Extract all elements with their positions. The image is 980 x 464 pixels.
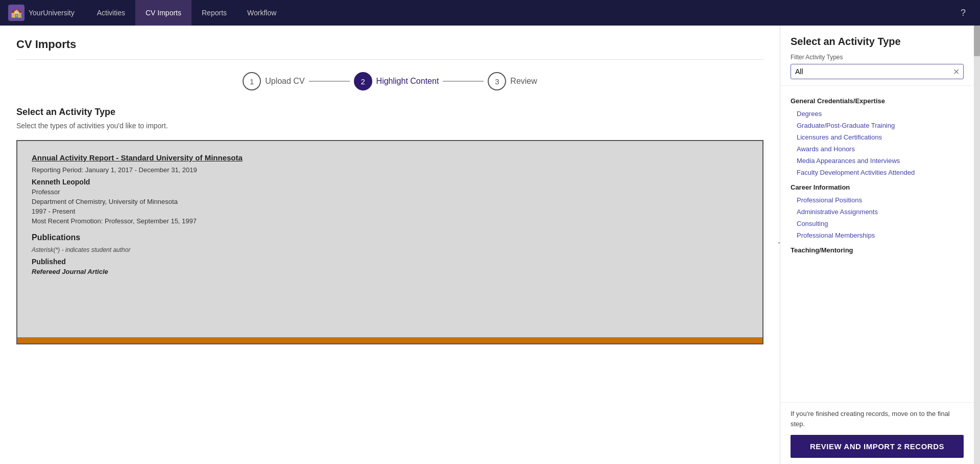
right-panel-header: Select an Activity Type Filter Activity …	[780, 26, 974, 86]
activity-list: General Credentials/Expertise Degrees Gr…	[780, 86, 974, 402]
nav-item-workflow[interactable]: Workflow	[237, 0, 286, 26]
doc-period: Reporting Period: January 1, 2017 - Dece…	[32, 166, 748, 174]
activity-item-licensures[interactable]: Licensures and Certifications	[791, 131, 964, 143]
steps-bar: 1 Upload CV 2 Highlight Content 3 Review	[16, 72, 763, 90]
right-panel-title: Select an Activity Type	[791, 36, 964, 48]
section-subtitle: Select the types of activities you'd lik…	[16, 122, 763, 130]
main-layout: CV Imports 1 Upload CV 2 Highlight Conte…	[0, 26, 980, 464]
help-button[interactable]: ?	[954, 8, 972, 18]
right-panel-footer: If you're finished creating records, mov…	[780, 402, 974, 464]
doc-orange-bar	[17, 337, 762, 343]
divider	[16, 59, 763, 60]
step-1-circle: 1	[243, 72, 261, 90]
step-3-circle: 3	[488, 72, 506, 90]
logo: 🏫 YourUniversity	[8, 5, 75, 21]
nav-item-reports[interactable]: Reports	[192, 0, 237, 26]
activity-item-admin-assignments[interactable]: Administrative Assignments	[791, 206, 964, 218]
step-line-2	[443, 81, 484, 82]
step-3-label: Review	[510, 77, 537, 86]
step-3: 3 Review	[488, 72, 537, 90]
left-panel: CV Imports 1 Upload CV 2 Highlight Conte…	[0, 26, 780, 464]
activity-item-professional-positions[interactable]: Professional Positions	[791, 194, 964, 206]
filter-clear-icon[interactable]: ✕	[953, 67, 960, 77]
activity-item-awards[interactable]: Awards and Honors	[791, 143, 964, 155]
filter-label: Filter Activity Types	[791, 54, 964, 61]
filter-input-wrap: ✕	[791, 64, 964, 79]
logo-text: YourUniversity	[29, 9, 75, 17]
step-2: 2 Highlight Content	[354, 72, 439, 90]
step-line-1	[309, 81, 350, 82]
group-title-general: General Credentials/Expertise	[791, 97, 964, 105]
doc-title: Annual Activity Report - Standard Univer…	[32, 153, 748, 162]
section-title: Select an Activity Type	[16, 107, 763, 118]
doc-promo: Most Recent Promotion: Professor, Septem…	[32, 217, 748, 225]
filter-input[interactable]	[791, 64, 964, 79]
step-1: 1 Upload CV	[243, 72, 304, 90]
doc-pub-subsubsection: Refereed Journal Article	[32, 268, 748, 275]
nav-item-cv-imports[interactable]: CV Imports	[135, 0, 192, 26]
doc-pub-subsection: Published	[32, 258, 748, 266]
arrow-next-button[interactable]: →	[776, 235, 780, 249]
nav-items: Activities CV Imports Reports Workflow	[87, 0, 287, 26]
doc-dept: Department of Chemistry, University of M…	[32, 198, 748, 205]
review-import-button[interactable]: REVIEW AND IMPORT 2 RECORDS	[791, 435, 964, 458]
scrollbar[interactable]	[974, 26, 980, 464]
activity-item-professional-memberships[interactable]: Professional Memberships	[791, 229, 964, 241]
nav-item-activities[interactable]: Activities	[87, 0, 135, 26]
top-navigation: 🏫 YourUniversity Activities CV Imports R…	[0, 0, 980, 26]
logo-icon: 🏫	[8, 5, 25, 21]
group-title-teaching: Teaching/Mentoring	[791, 246, 964, 254]
activity-item-graduate-training[interactable]: Graduate/Post-Graduate Training	[791, 120, 964, 131]
doc-years: 1997 - Present	[32, 207, 748, 215]
step-1-label: Upload CV	[265, 77, 304, 86]
group-title-career: Career Information	[791, 183, 964, 191]
step-2-label: Highlight Content	[376, 77, 439, 86]
page-title: CV Imports	[16, 38, 763, 51]
activity-item-media-appearances[interactable]: Media Appearances and Interviews	[791, 155, 964, 167]
doc-pub-section: Publications	[32, 233, 748, 242]
activity-item-degrees[interactable]: Degrees	[791, 108, 964, 120]
footer-note: If you're finished creating records, mov…	[791, 409, 964, 429]
activity-item-faculty-dev[interactable]: Faculty Development Activities Attended	[791, 167, 964, 178]
document-preview: Annual Activity Report - Standard Univer…	[16, 140, 763, 344]
scrollbar-thumb[interactable]	[974, 26, 980, 56]
doc-role: Professor	[32, 188, 748, 196]
doc-pub-note: Asterisk(*) - indicates student author	[32, 246, 748, 253]
doc-name: Kenneth Leopold	[32, 178, 748, 186]
step-2-circle: 2	[354, 72, 372, 90]
right-panel: Select an Activity Type Filter Activity …	[780, 26, 974, 464]
activity-item-consulting[interactable]: Consulting	[791, 218, 964, 229]
